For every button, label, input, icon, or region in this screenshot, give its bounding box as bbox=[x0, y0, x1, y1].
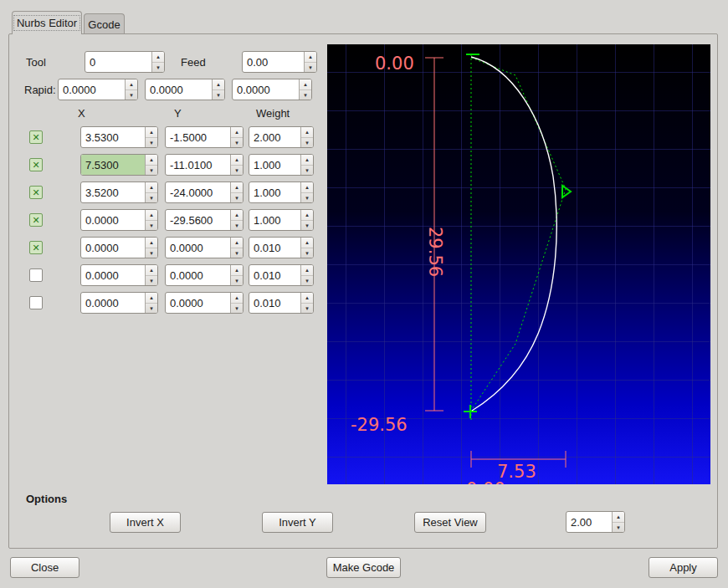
spin-up-icon[interactable]: ▴ bbox=[126, 79, 137, 90]
spin-down-icon[interactable]: ▾ bbox=[301, 138, 313, 148]
point-weight-spinbox[interactable]: 1.000▴▾ bbox=[249, 182, 314, 203]
spin-up-icon[interactable]: ▴ bbox=[231, 293, 243, 304]
rapid-x-spinbox[interactable]: 0.0000▴▾ bbox=[58, 79, 138, 100]
spin-up-icon[interactable]: ▴ bbox=[231, 127, 243, 138]
spin-up-icon[interactable]: ▴ bbox=[231, 265, 243, 276]
scale-spinbox[interactable]: 2.00▴▾ bbox=[566, 511, 625, 533]
point-x-value[interactable]: 7.5300 bbox=[81, 155, 145, 175]
point-x-value[interactable]: 0.0000 bbox=[81, 238, 145, 258]
spin-up-icon[interactable]: ▴ bbox=[231, 155, 243, 166]
spin-down-icon[interactable]: ▾ bbox=[146, 166, 157, 176]
point-x-value[interactable]: 0.0000 bbox=[81, 210, 145, 230]
rapid-z-value[interactable]: 0.0000 bbox=[233, 79, 299, 100]
spin-up-icon[interactable]: ▴ bbox=[146, 210, 157, 221]
spin-down-icon[interactable]: ▾ bbox=[231, 221, 243, 231]
point-y-spinbox[interactable]: -1.5000▴▾ bbox=[165, 126, 244, 148]
point-weight-value[interactable]: 2.000 bbox=[249, 127, 300, 147]
point-weight-spinbox[interactable]: 1.000▴▾ bbox=[249, 209, 314, 231]
spin-down-icon[interactable]: ▾ bbox=[231, 304, 243, 314]
point-weight-value[interactable]: 0.010 bbox=[249, 293, 300, 313]
spin-down-icon[interactable]: ▾ bbox=[300, 90, 311, 100]
point-y-spinbox[interactable]: -29.5600▴▾ bbox=[165, 209, 244, 231]
reset-view-button[interactable]: Reset View bbox=[414, 512, 486, 533]
spin-down-icon[interactable]: ▾ bbox=[231, 193, 243, 203]
point-weight-value[interactable]: 0.010 bbox=[249, 265, 300, 285]
spin-down-icon[interactable]: ▾ bbox=[146, 276, 157, 286]
point-x-spinbox[interactable]: 3.5200▴▾ bbox=[80, 182, 158, 203]
spin-down-icon[interactable]: ▾ bbox=[301, 193, 313, 203]
spin-down-icon[interactable]: ▾ bbox=[146, 138, 157, 148]
point-x-value[interactable]: 3.5200 bbox=[81, 182, 145, 202]
spin-up-icon[interactable]: ▴ bbox=[301, 293, 313, 304]
point-y-value[interactable]: 0.0000 bbox=[166, 293, 230, 313]
spin-up-icon[interactable]: ▴ bbox=[146, 182, 157, 193]
spin-down-icon[interactable]: ▾ bbox=[152, 63, 164, 73]
rapid-x-value[interactable]: 0.0000 bbox=[59, 79, 125, 100]
point-weight-value[interactable]: 0.010 bbox=[249, 238, 300, 258]
spin-up-icon[interactable]: ▴ bbox=[301, 155, 313, 166]
spin-up-icon[interactable]: ▴ bbox=[301, 265, 313, 276]
point-y-value[interactable]: -24.0000 bbox=[166, 182, 230, 202]
point-weight-value[interactable]: 1.000 bbox=[249, 182, 300, 202]
point-x-spinbox[interactable]: 0.0000▴▾ bbox=[80, 292, 158, 314]
spin-up-icon[interactable]: ▴ bbox=[146, 127, 157, 138]
spin-down-icon[interactable]: ▾ bbox=[301, 276, 313, 286]
point-enable-checkbox[interactable]: ✕ bbox=[29, 158, 43, 171]
spin-down-icon[interactable]: ▾ bbox=[213, 90, 224, 100]
spin-down-icon[interactable]: ▾ bbox=[301, 248, 313, 258]
spin-down-icon[interactable]: ▾ bbox=[146, 193, 157, 203]
spin-down-icon[interactable]: ▾ bbox=[146, 248, 157, 258]
point-y-value[interactable]: -29.5600 bbox=[166, 210, 230, 230]
spin-down-icon[interactable]: ▾ bbox=[305, 63, 316, 73]
spin-up-icon[interactable]: ▴ bbox=[301, 238, 313, 248]
spin-up-icon[interactable]: ▴ bbox=[152, 52, 164, 63]
point-weight-spinbox[interactable]: 0.010▴▾ bbox=[249, 292, 314, 314]
spin-down-icon[interactable]: ▾ bbox=[301, 304, 313, 314]
make-gcode-button[interactable]: Make Gcode bbox=[326, 557, 401, 578]
tool-spinbox[interactable]: 0▴▾ bbox=[85, 51, 165, 73]
point-enable-checkbox[interactable]: ✕ bbox=[29, 268, 43, 282]
apply-button[interactable]: Apply bbox=[649, 557, 718, 578]
point-y-spinbox[interactable]: -11.0100▴▾ bbox=[165, 154, 244, 176]
point-y-value[interactable]: 0.0000 bbox=[166, 265, 230, 285]
invert-x-button[interactable]: Invert X bbox=[110, 512, 181, 533]
point-enable-checkbox[interactable]: ✕ bbox=[29, 186, 43, 199]
point-y-spinbox[interactable]: 0.0000▴▾ bbox=[165, 292, 244, 314]
point-x-spinbox[interactable]: 0.0000▴▾ bbox=[80, 264, 158, 286]
point-x-spinbox[interactable]: 0.0000▴▾ bbox=[80, 209, 158, 231]
tab-nurbs-editor[interactable]: Nurbs Editor bbox=[12, 11, 82, 34]
spin-up-icon[interactable]: ▴ bbox=[146, 238, 157, 248]
point-weight-spinbox[interactable]: 2.000▴▾ bbox=[249, 126, 314, 148]
spin-up-icon[interactable]: ▴ bbox=[146, 293, 157, 304]
spin-down-icon[interactable]: ▾ bbox=[146, 221, 157, 231]
spin-up-icon[interactable]: ▴ bbox=[300, 79, 311, 90]
point-y-value[interactable]: -1.5000 bbox=[166, 127, 230, 147]
feed-spinbox[interactable]: 0.00▴▾ bbox=[242, 51, 317, 73]
tab-gcode[interactable]: Gcode bbox=[84, 13, 125, 34]
point-x-value[interactable]: 3.5300 bbox=[81, 127, 145, 147]
point-enable-checkbox[interactable]: ✕ bbox=[29, 130, 43, 144]
spin-down-icon[interactable]: ▾ bbox=[301, 221, 313, 231]
rapid-y-value[interactable]: 0.0000 bbox=[146, 79, 212, 100]
spin-up-icon[interactable]: ▴ bbox=[613, 512, 624, 523]
spin-down-icon[interactable]: ▾ bbox=[126, 90, 137, 100]
spin-up-icon[interactable]: ▴ bbox=[146, 265, 157, 276]
rapid-y-spinbox[interactable]: 0.0000▴▾ bbox=[145, 79, 225, 100]
spin-up-icon[interactable]: ▴ bbox=[231, 182, 243, 193]
spin-up-icon[interactable]: ▴ bbox=[301, 182, 313, 193]
point-weight-spinbox[interactable]: 1.000▴▾ bbox=[249, 154, 314, 176]
spin-down-icon[interactable]: ▾ bbox=[231, 138, 243, 148]
point-weight-spinbox[interactable]: 0.010▴▾ bbox=[249, 237, 314, 258]
point-enable-checkbox[interactable]: ✕ bbox=[29, 296, 43, 309]
spin-up-icon[interactable]: ▴ bbox=[146, 155, 157, 166]
scale-value[interactable]: 2.00 bbox=[567, 512, 612, 532]
spin-up-icon[interactable]: ▴ bbox=[301, 127, 313, 138]
point-weight-value[interactable]: 1.000 bbox=[249, 210, 300, 230]
spin-up-icon[interactable]: ▴ bbox=[231, 210, 243, 221]
point-y-value[interactable]: 0.0000 bbox=[166, 238, 230, 258]
spin-up-icon[interactable]: ▴ bbox=[213, 79, 224, 90]
point-x-spinbox[interactable]: 7.5300▴▾ bbox=[80, 154, 158, 176]
spin-down-icon[interactable]: ▾ bbox=[231, 276, 243, 286]
spin-up-icon[interactable]: ▴ bbox=[231, 238, 243, 248]
preview-canvas[interactable]: 0.00 29.56 -29.56 7.53 0.00 bbox=[327, 44, 710, 484]
